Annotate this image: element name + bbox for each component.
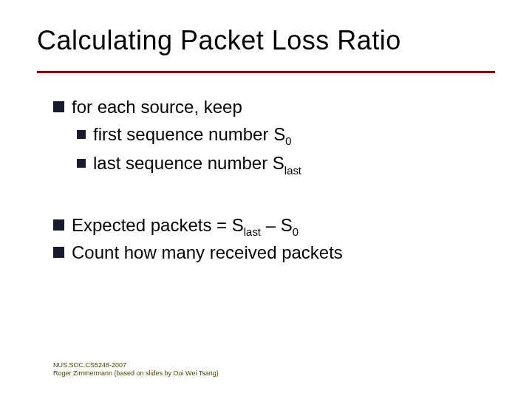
subscript: 0	[293, 226, 299, 238]
square-bullet-icon	[77, 130, 86, 139]
slide: Calculating Packet Loss Ratio for each s…	[0, 0, 532, 399]
bullet-text: Expected packets = S	[72, 215, 244, 235]
subscript: 0	[285, 135, 291, 147]
bullet-level1: for each source, keep	[53, 95, 488, 120]
bullet-text: first sequence number S	[93, 124, 285, 144]
spacer	[53, 179, 488, 213]
square-bullet-icon	[53, 247, 64, 258]
slide-body: for each source, keep first sequence num…	[53, 95, 488, 266]
bullet-text: last sequence number S	[93, 153, 284, 173]
bullet-level1: Count how many received packets	[53, 240, 488, 266]
square-bullet-icon	[53, 219, 64, 231]
bullet-text: Count how many received packets	[72, 242, 343, 262]
bullet-text: – S	[261, 215, 293, 235]
bullet-text: for each source, keep	[72, 97, 242, 117]
title-underline	[37, 71, 495, 73]
square-bullet-icon	[53, 101, 64, 112]
slide-footer: NUS.SOC.CS5248-2007 Roger Zimmermann (ba…	[53, 361, 219, 378]
bullet-level2: last sequence number Slast	[77, 151, 488, 178]
subscript: last	[244, 226, 261, 238]
slide-title: Calculating Packet Loss Ratio	[37, 25, 401, 56]
bullet-level2: first sequence number S0	[77, 122, 488, 149]
subscript: last	[284, 165, 301, 177]
footer-line: Roger Zimmermann (based on slides by Ooi…	[53, 369, 219, 378]
footer-line: NUS.SOC.CS5248-2007	[53, 361, 219, 370]
bullet-level1: Expected packets = Slast – S0	[53, 213, 488, 240]
square-bullet-icon	[77, 159, 86, 168]
